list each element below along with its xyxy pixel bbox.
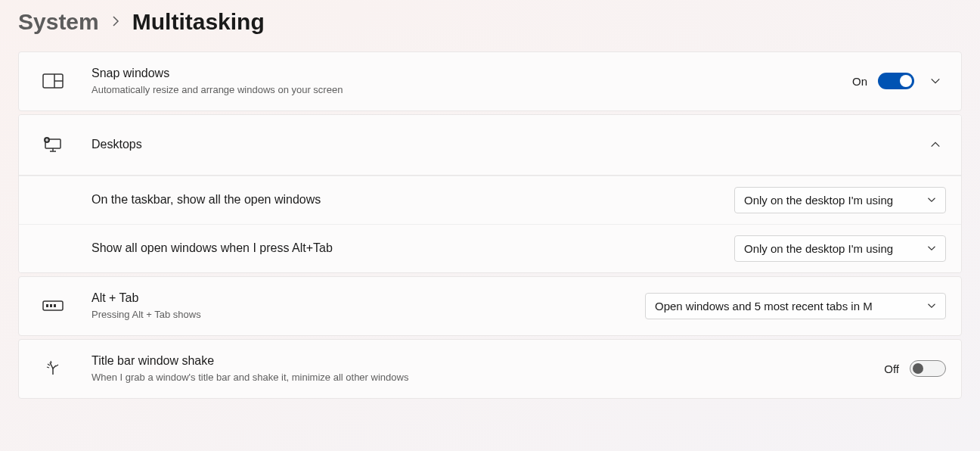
chevron-right-icon	[110, 12, 122, 32]
svg-line-13	[47, 367, 49, 368]
desktops-taskbar-label: On the taskbar, show all the open window…	[91, 192, 719, 208]
breadcrumb: System Multitasking	[18, 9, 962, 35]
shake-icon	[34, 359, 72, 378]
shake-subtitle: When I grab a window's title bar and sha…	[91, 371, 869, 384]
desktops-alttab-label: Show all open windows when I press Alt+T…	[91, 241, 719, 257]
desktops-taskbar-dropdown[interactable]: Only on the desktop I'm using	[734, 187, 946, 213]
alt-tab-dropdown[interactable]: Open windows and 5 most recent tabs in M	[645, 293, 946, 319]
snap-toggle-label: On	[852, 75, 867, 88]
desktops-alttab-value: Only on the desktop I'm using	[744, 242, 893, 255]
desktops-title: Desktops	[91, 137, 910, 153]
desktops-taskbar-row: On the taskbar, show all the open window…	[19, 176, 961, 224]
svg-rect-10	[46, 304, 48, 307]
shake-card: Title bar window shake When I grab a win…	[18, 339, 962, 399]
desktops-collapse-button[interactable]	[925, 134, 946, 155]
snap-windows-card: Snap windows Automatically resize and ar…	[18, 51, 962, 111]
breadcrumb-current: Multitasking	[132, 9, 265, 35]
snap-windows-icon	[34, 72, 72, 90]
desktops-alttab-row: Show all open windows when I press Alt+T…	[19, 224, 961, 272]
snap-toggle[interactable]	[878, 73, 914, 89]
svg-line-14	[48, 364, 50, 365]
breadcrumb-parent[interactable]: System	[18, 9, 99, 35]
snap-expand-button[interactable]	[925, 70, 946, 92]
alt-tab-subtitle: Pressing Alt + Tab shows	[91, 308, 630, 322]
shake-toggle[interactable]	[910, 360, 946, 377]
svg-rect-9	[43, 301, 63, 310]
shake-toggle-label: Off	[884, 362, 899, 375]
snap-windows-title: Snap windows	[91, 66, 837, 82]
desktops-icon	[34, 135, 72, 154]
svg-rect-11	[50, 304, 52, 307]
desktops-card: Desktops On the taskbar, show all the op…	[18, 114, 962, 273]
desktops-alttab-dropdown[interactable]: Only on the desktop I'm using	[734, 235, 946, 262]
alt-tab-card: Alt + Tab Pressing Alt + Tab shows Open …	[18, 276, 962, 336]
alt-tab-icon	[34, 297, 72, 315]
alt-tab-value: Open windows and 5 most recent tabs in M	[655, 300, 873, 313]
desktops-taskbar-value: Only on the desktop I'm using	[744, 194, 893, 207]
shake-title: Title bar window shake	[91, 353, 869, 369]
alt-tab-title: Alt + Tab	[91, 291, 630, 306]
svg-rect-12	[54, 304, 56, 307]
svg-line-15	[51, 361, 51, 363]
svg-line-16	[56, 365, 58, 366]
snap-windows-subtitle: Automatically resize and arrange windows…	[91, 83, 837, 97]
